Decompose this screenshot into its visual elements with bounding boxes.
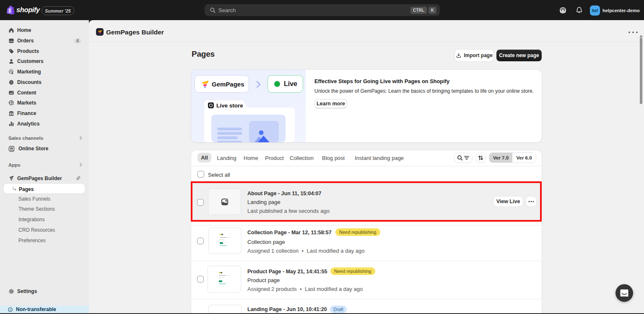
svg-text:Live store: Live store: [216, 102, 243, 109]
svg-text:$: $: [12, 103, 13, 105]
